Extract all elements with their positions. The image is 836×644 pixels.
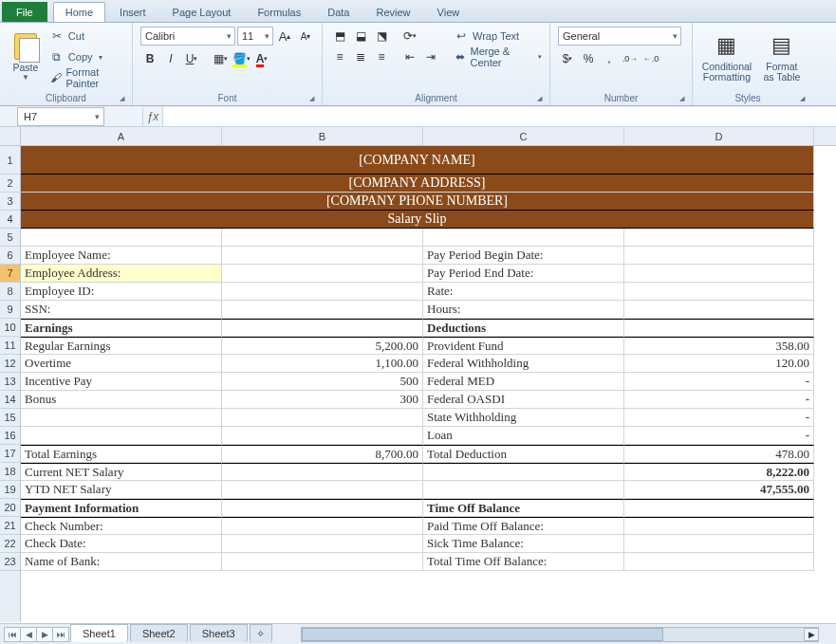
number-format-select[interactable]: General [558,27,681,46]
cell[interactable]: SSN: [21,301,222,319]
row-header[interactable]: 16 [0,427,20,445]
decrease-decimal-button[interactable]: ←.0 [641,49,660,68]
cell[interactable]: Payment Information [21,499,222,517]
italic-button[interactable]: I [161,49,180,68]
select-all-corner[interactable] [0,127,20,146]
row-header[interactable]: 12 [0,355,20,373]
cell[interactable]: Total Deduction [423,445,624,463]
cell[interactable] [222,535,423,553]
underline-button[interactable]: U▾ [182,49,201,68]
align-center-button[interactable]: ≣ [351,47,370,66]
cell[interactable] [624,499,814,517]
cell[interactable] [624,301,814,319]
cell[interactable]: Regular Earnings [21,337,222,355]
cell[interactable]: Deductions [423,319,624,337]
cell[interactable] [423,463,624,481]
cell[interactable]: 5,200.00 [222,337,423,355]
row-header[interactable]: 5 [0,229,20,247]
format-as-table-button[interactable]: ▤ Format as Table [759,27,805,87]
col-header[interactable]: D [624,127,814,145]
cell[interactable] [222,265,423,283]
merge-center-button[interactable]: ⬌Merge & Center▾ [454,47,542,66]
cell[interactable]: 300 [222,391,423,409]
sheet-tab-1[interactable]: Sheet1 [70,624,128,642]
cell[interactable] [222,517,423,535]
row-header[interactable]: 19 [0,481,20,499]
align-top-button[interactable]: ⬒ [330,27,349,46]
font-size-select[interactable]: 11 [237,27,273,46]
cell[interactable]: Paid Time Off Balance: [423,517,624,535]
currency-button[interactable]: $▾ [558,49,577,68]
cell[interactable]: Federal OASDI [423,391,624,409]
cell[interactable]: Sick Time Balance: [423,535,624,553]
row-header[interactable]: 17 [0,445,20,463]
tab-insert[interactable]: Insert [107,2,158,22]
tab-review[interactable]: Review [363,2,422,22]
font-name-select[interactable]: Calibri [140,27,235,46]
cell[interactable]: 1,100.00 [222,355,423,373]
cell[interactable] [423,229,624,247]
row-header[interactable]: 11 [0,337,20,355]
comma-button[interactable]: , [600,49,619,68]
cell[interactable] [222,481,423,499]
row-header[interactable]: 9 [0,301,20,319]
nav-next-icon[interactable]: ▶ [36,627,53,642]
cell[interactable]: 120.00 [624,355,814,373]
cell[interactable]: Current NET Salary [21,463,222,481]
sheet-tab-3[interactable]: Sheet3 [190,624,248,642]
cell[interactable] [222,301,423,319]
row-header[interactable]: 23 [0,553,20,571]
cell[interactable] [222,319,423,337]
row-header[interactable]: 21 [0,517,20,535]
row-header[interactable]: 1 [0,146,20,175]
bold-button[interactable]: B [140,49,159,68]
row-header[interactable]: 18 [0,463,20,481]
cell[interactable]: Time Off Balance [423,499,624,517]
cell[interactable]: 500 [222,373,423,391]
cell[interactable]: 47,555.00 [624,481,814,499]
grow-font-button[interactable]: A▴ [275,27,294,46]
cell[interactable]: Pay Period Begin Date: [423,247,624,265]
tab-file[interactable]: File [2,2,47,22]
row-header[interactable]: 10 [0,319,20,337]
row-header[interactable]: 8 [0,283,20,301]
cell[interactable]: YTD NET Salary [21,481,222,499]
align-bottom-button[interactable]: ⬔ [372,27,391,46]
wrap-text-button[interactable]: ↩Wrap Text [454,27,542,46]
scroll-right-icon[interactable]: ▶ [804,628,819,641]
cell[interactable]: Salary Slip [21,211,814,229]
cell[interactable] [222,409,423,427]
cell[interactable]: Provident Fund [423,337,624,355]
col-header[interactable]: C [423,127,624,145]
cell[interactable] [624,283,814,301]
cell[interactable]: Employee ID: [21,283,222,301]
cell[interactable]: [COMPANY PHONE NUMBER] [21,193,814,211]
cell[interactable] [624,319,814,337]
horizontal-scrollbar[interactable]: ◀ ▶ [301,627,819,642]
cell[interactable] [21,229,222,247]
cell[interactable]: Bonus [21,391,222,409]
formula-input[interactable] [163,107,836,126]
align-right-button[interactable]: ≡ [372,47,391,66]
cell[interactable] [624,229,814,247]
cell[interactable] [423,481,624,499]
orientation-button[interactable]: ⟳▾ [400,27,419,46]
cell[interactable]: Pay Period End Date: [423,265,624,283]
cell[interactable]: - [624,409,814,427]
cell[interactable]: - [624,427,814,445]
cell[interactable]: Total Time Off Balance: [423,553,624,571]
cell[interactable] [222,247,423,265]
increase-indent-button[interactable]: ⇥ [421,47,440,66]
cell[interactable] [222,463,423,481]
conditional-formatting-button[interactable]: ▦ Conditional Formatting [700,27,753,87]
align-left-button[interactable]: ≡ [330,47,349,66]
cell[interactable]: Rate: [423,283,624,301]
cut-button[interactable]: ✂Cut [49,27,124,46]
cell[interactable] [222,499,423,517]
tab-view[interactable]: View [425,2,473,22]
cell[interactable]: State Withholding [423,409,624,427]
cell[interactable] [624,517,814,535]
cell[interactable]: 8,700.00 [222,445,423,463]
row-header[interactable]: 15 [0,409,20,427]
tab-pagelayout[interactable]: Page Layout [160,2,244,22]
